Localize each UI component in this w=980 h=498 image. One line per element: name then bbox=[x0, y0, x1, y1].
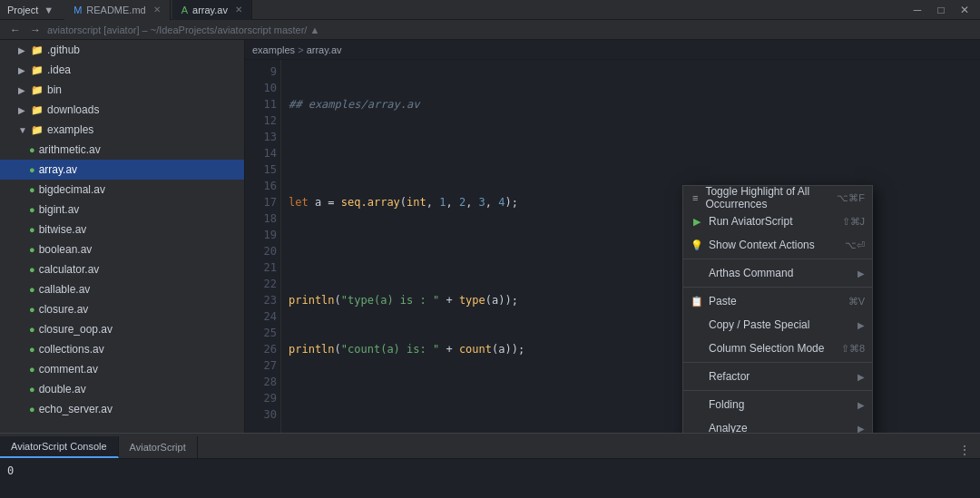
menu-item-label: Folding bbox=[709, 398, 744, 411]
settings-icon[interactable]: ⋮ bbox=[956, 442, 973, 458]
sidebar-item-arithmetic[interactable]: ● arithmetic.av bbox=[0, 140, 244, 160]
sidebar-item-calculator[interactable]: ● calculator.av bbox=[0, 259, 244, 279]
tab-readme-close[interactable]: ✕ bbox=[153, 5, 161, 15]
column-icon bbox=[691, 342, 703, 355]
main-layout: ▶ 📁 .github ▶ 📁 .idea ▶ 📁 bin ▶ 📁 downlo… bbox=[0, 40, 980, 433]
examples-folder-icon: 📁 bbox=[31, 124, 44, 136]
sidebar-item-bigdecimal[interactable]: ● bigdecimal.av bbox=[0, 180, 244, 200]
title-bar: Project ▼ M README.md ✕ A array.av ✕ ─ □… bbox=[0, 0, 980, 20]
close-icon[interactable]: ✕ bbox=[956, 2, 973, 18]
sidebar-item-idea[interactable]: ▶ 📁 .idea bbox=[0, 60, 244, 80]
sidebar-item-label: echo_server.av bbox=[39, 403, 113, 415]
menu-run-aviatorscript[interactable]: ▶ Run AviatorScript ⇧⌘J bbox=[683, 210, 872, 233]
tab-readme[interactable]: M README.md ✕ bbox=[64, 0, 171, 20]
menu-show-context[interactable]: 💡 Show Context Actions ⌥⏎ bbox=[683, 233, 872, 257]
sidebar-item-downloads[interactable]: ▶ 📁 downloads bbox=[0, 100, 244, 120]
menu-separator bbox=[683, 362, 872, 363]
console-output: 0 2 a[0][0] = 0 a[0][1] = 1 a[1][0] = 2 … bbox=[0, 459, 980, 498]
av-file-icon: ● bbox=[29, 164, 35, 175]
menu-copy-paste-special[interactable]: Copy / Paste Special ▶ bbox=[683, 313, 872, 337]
av-file-icon: ● bbox=[29, 284, 35, 295]
sidebar-item-collections[interactable]: ● collections.av bbox=[0, 339, 244, 359]
menu-item-label: Run AviatorScript bbox=[709, 215, 793, 228]
file-breadcrumb: examples > array.av bbox=[252, 44, 342, 55]
menu-column-selection[interactable]: Column Selection Mode ⇧⌘8 bbox=[683, 337, 872, 360]
menu-shortcut: ⌘V bbox=[848, 296, 865, 308]
av-file-icon: ● bbox=[29, 204, 35, 215]
idea-folder-icon: 📁 bbox=[31, 64, 44, 76]
menu-shortcut: ⇧⌘J bbox=[842, 216, 866, 228]
menu-arthas[interactable]: Arthas Command ▶ bbox=[683, 261, 872, 285]
file-tree: ▶ 📁 .github ▶ 📁 .idea ▶ 📁 bin ▶ 📁 downlo… bbox=[0, 40, 245, 433]
av-file-icon: ● bbox=[29, 264, 35, 275]
sidebar-item-label: closure.av bbox=[39, 303, 89, 316]
menu-item-label: Column Selection Mode bbox=[709, 342, 824, 355]
folder-arrow-icon: ▶ bbox=[18, 85, 27, 95]
av-file-icon: ● bbox=[29, 144, 35, 155]
tab-array[interactable]: A array.av ✕ bbox=[172, 0, 252, 20]
minimize-icon[interactable]: ─ bbox=[909, 2, 926, 18]
output-line bbox=[7, 479, 973, 495]
av-file-icon: ● bbox=[29, 384, 35, 395]
sidebar-item-label: arithmetic.av bbox=[39, 143, 101, 156]
toggle-icon: ≡ bbox=[691, 191, 700, 204]
sidebar-item-bin[interactable]: ▶ 📁 bin bbox=[0, 80, 244, 100]
bottom-panel: AviatorScript Console AviatorScript ⋮ 0 … bbox=[0, 433, 980, 498]
toolbar: ← → aviatorscript [aviator] – ~/IdeaProj… bbox=[0, 20, 980, 40]
lightbulb-icon: 💡 bbox=[691, 239, 703, 251]
sidebar-item-array[interactable]: ● array.av bbox=[0, 160, 244, 180]
title-bar-left: Project ▼ bbox=[7, 5, 54, 15]
menu-item-label: Paste bbox=[709, 295, 737, 308]
submenu-arrow: ▶ bbox=[858, 400, 865, 410]
sidebar-item-github[interactable]: ▶ 📁 .github bbox=[0, 40, 244, 60]
folder-arrow-open-icon: ▼ bbox=[18, 125, 27, 135]
forward-icon[interactable]: → bbox=[27, 22, 44, 38]
maximize-icon[interactable]: □ bbox=[933, 2, 949, 18]
av-file-icon: ● bbox=[29, 244, 35, 255]
sidebar-item-bitwise[interactable]: ● bitwise.av bbox=[0, 220, 244, 239]
menu-separator bbox=[683, 287, 872, 288]
menu-refactor[interactable]: Refactor ▶ bbox=[683, 365, 872, 388]
menu-analyze[interactable]: Analyze ▶ bbox=[683, 416, 872, 433]
sidebar-item-label: calculator.av bbox=[39, 263, 100, 276]
arthas-icon bbox=[691, 267, 703, 279]
sidebar-item-bigint[interactable]: ● bigint.av bbox=[0, 200, 244, 220]
menu-folding[interactable]: Folding ▶ bbox=[683, 393, 872, 416]
tab-array-label: array.av bbox=[192, 5, 228, 15]
sidebar-item-label: downloads bbox=[47, 103, 99, 116]
sidebar-item-comment[interactable]: ● comment.av bbox=[0, 359, 244, 379]
sidebar-item-label: closure_oop.av bbox=[39, 323, 113, 336]
menu-item-label: Arthas Command bbox=[709, 267, 793, 279]
menu-toggle-highlight[interactable]: ≡ Toggle Highlight of All Occurrences ⌥⌘… bbox=[683, 186, 872, 210]
menu-item-label: Copy / Paste Special bbox=[709, 318, 809, 331]
bottom-tab-label: AviatorScript Console bbox=[11, 441, 107, 452]
sidebar-item-label: callable.av bbox=[39, 283, 91, 296]
sidebar-item-echo-server[interactable]: ● echo_server.av bbox=[0, 399, 244, 419]
tab-array-close[interactable]: ✕ bbox=[235, 5, 242, 15]
submenu-arrow: ▶ bbox=[858, 269, 865, 278]
line-numbers: 9 10 11 12 13 14 15 16 17 18 19 20 21 22… bbox=[245, 60, 281, 433]
sidebar-item-label: bigint.av bbox=[39, 203, 80, 216]
title-bar-tabs: M README.md ✕ A array.av ✕ bbox=[64, 0, 252, 20]
back-icon[interactable]: ← bbox=[7, 22, 24, 38]
sidebar-item-closure-oop[interactable]: ● closure_oop.av bbox=[0, 319, 244, 339]
menu-separator bbox=[683, 390, 872, 391]
sidebar-item-callable[interactable]: ● callable.av bbox=[0, 279, 244, 299]
sidebar-item-double[interactable]: ● double.av bbox=[0, 379, 244, 399]
sidebar-item-examples[interactable]: ▼ 📁 examples bbox=[0, 120, 244, 140]
code-line-9: ## examples/array.av bbox=[289, 96, 973, 112]
sidebar-item-closure[interactable]: ● closure.av bbox=[0, 299, 244, 319]
folder-arrow-icon: ▶ bbox=[18, 45, 27, 55]
bottom-tab-label: AviatorScript bbox=[130, 442, 186, 453]
breadcrumb: aviatorscript [aviator] – ~/IdeaProjects… bbox=[47, 24, 319, 35]
menu-paste[interactable]: 📋 Paste ⌘V bbox=[683, 289, 872, 313]
code-editor[interactable]: ## examples/array.av let a = seq.array(i… bbox=[281, 60, 980, 433]
editor-breadcrumb: examples > array.av bbox=[245, 40, 980, 60]
av-file-icon: ● bbox=[29, 344, 35, 355]
av-file-icon: ● bbox=[29, 364, 35, 375]
menu-item-label: Analyze bbox=[709, 422, 748, 433]
sidebar-item-boolean[interactable]: ● boolean.av bbox=[0, 239, 244, 259]
bottom-tab-aviator[interactable]: AviatorScript bbox=[119, 436, 198, 458]
sidebar-item-label: boolean.av bbox=[39, 243, 93, 256]
bottom-tab-console[interactable]: AviatorScript Console bbox=[0, 436, 119, 458]
